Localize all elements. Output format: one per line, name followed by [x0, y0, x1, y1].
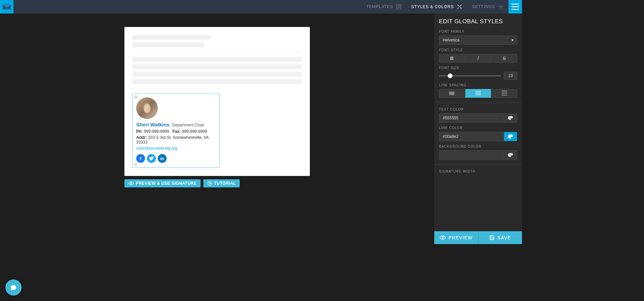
lines-loose-icon	[502, 91, 507, 95]
divider	[434, 102, 522, 103]
svg-rect-0	[397, 4, 398, 6]
nav-settings-label: SETTINGS	[472, 4, 495, 9]
placeholder-line	[133, 57, 302, 62]
placeholder-line	[133, 79, 302, 84]
link-color-input[interactable]	[439, 132, 503, 141]
app-header: TEMPLATES STYLES & COLORS SETTINGS	[0, 0, 522, 13]
play-circle-icon	[207, 181, 212, 186]
hamburger-menu[interactable]	[508, 0, 522, 13]
strikethrough-button[interactable]: S	[491, 54, 517, 63]
svg-rect-2	[397, 7, 401, 9]
preview-use-signature-button[interactable]: PREVIEW & USE SIGNATURE	[124, 179, 201, 187]
eye-icon	[440, 235, 446, 240]
font-size-label: FONT SIZE	[439, 66, 517, 70]
add-element-bottom-icon[interactable]: ⊕	[134, 162, 138, 167]
link-color-picker[interactable]	[504, 132, 517, 141]
line-spacing-loose-button[interactable]	[491, 89, 517, 98]
signature-title[interactable]: Department Chair	[172, 123, 204, 127]
tutorial-button[interactable]: TUTORIAL	[203, 179, 240, 187]
hamburger-icon	[511, 4, 519, 10]
templates-icon	[396, 4, 402, 10]
line-spacing-group	[439, 89, 517, 98]
add-element-top-icon[interactable]: ⊕	[134, 94, 138, 100]
envelope-icon	[2, 4, 11, 10]
font-style-label: FONT STYLE	[439, 48, 517, 52]
link-color-label: LINK COLOR	[439, 126, 517, 130]
signature-width-label: SIGNATURE WIDTH	[439, 170, 517, 173]
linkedin-icon[interactable]: in	[158, 154, 167, 163]
font-family-label: FONT FAMILY	[439, 30, 517, 33]
placeholder-line	[133, 42, 204, 47]
divider	[133, 52, 302, 52]
palette-icon	[508, 134, 513, 139]
placeholder-line	[133, 64, 302, 69]
sidebar-footer: PREVIEW SAVE	[434, 231, 522, 244]
svg-point-3	[500, 6, 502, 8]
nav-templates[interactable]: TEMPLATES	[361, 0, 406, 13]
palette-icon	[508, 116, 513, 120]
panel-title: EDIT GLOBAL STYLES	[439, 18, 517, 25]
design-tools-icon	[457, 4, 463, 10]
signature-address-row[interactable]: Addr: 333 S 3rd St. Somewhereville, VA 3…	[136, 135, 216, 145]
nav-settings[interactable]: SETTINGS	[467, 0, 508, 13]
nav-styles-label: STYLES & COLORS	[411, 4, 454, 9]
italic-button[interactable]: I	[465, 54, 491, 63]
nav-templates-label: TEMPLATES	[366, 4, 393, 9]
placeholder-line	[133, 35, 210, 40]
bold-button[interactable]: B	[439, 54, 465, 63]
signature-phone-row[interactable]: Ph: 999-999-9999 Fax: 999-999-9999	[136, 129, 216, 134]
font-family-select[interactable]: Helvetica ▾	[439, 35, 517, 45]
svg-rect-1	[399, 4, 401, 6]
signature-avatar[interactable]	[136, 97, 158, 119]
line-spacing-medium-button[interactable]	[465, 89, 491, 98]
line-spacing-tight-button[interactable]	[439, 89, 465, 98]
slider-thumb[interactable]	[448, 73, 452, 78]
svg-point-6	[442, 237, 444, 239]
eye-icon	[128, 181, 134, 185]
text-color-label: TEXT COLOR	[439, 108, 517, 111]
styles-sidebar: EDIT GLOBAL STYLES FONT FAMILY Helvetica…	[434, 13, 522, 244]
font-style-group: B I S	[439, 54, 517, 63]
signature-block[interactable]: ⊕ Sheri Watkins Department Chair Ph: 999…	[133, 94, 219, 168]
divider	[434, 164, 522, 165]
chevron-down-icon: ▾	[511, 38, 514, 42]
app-logo[interactable]	[0, 0, 13, 13]
signature-name[interactable]: Sheri Watkins	[136, 122, 170, 127]
line-spacing-label: LINE SPACING	[439, 83, 517, 87]
placeholder-line	[133, 72, 302, 77]
font-size-slider[interactable]	[439, 75, 501, 77]
palette-icon	[508, 153, 513, 157]
font-size-value[interactable]	[504, 72, 517, 80]
save-icon	[489, 235, 495, 240]
lines-tight-icon	[449, 92, 455, 95]
gear-icon	[498, 4, 504, 10]
twitter-icon[interactable]	[147, 154, 156, 163]
background-color-label: BACKGROUND COLOR	[439, 145, 517, 148]
svg-point-4	[130, 183, 132, 184]
text-color-picker[interactable]	[504, 113, 517, 123]
background-color-input[interactable]	[439, 150, 503, 160]
signature-website[interactable]: columbusuniversity.org	[136, 146, 216, 151]
canvas-area: ⊕ Sheri Watkins Department Chair Ph: 999…	[0, 13, 434, 244]
email-preview-card: ⊕ Sheri Watkins Department Chair Ph: 999…	[124, 27, 310, 176]
text-color-input[interactable]	[439, 113, 503, 123]
preview-button[interactable]: PREVIEW	[434, 231, 478, 244]
background-color-picker[interactable]	[504, 150, 517, 160]
save-button[interactable]: SAVE	[478, 231, 522, 244]
nav-styles-colors[interactable]: STYLES & COLORS	[407, 0, 467, 13]
lines-medium-icon	[475, 91, 481, 95]
